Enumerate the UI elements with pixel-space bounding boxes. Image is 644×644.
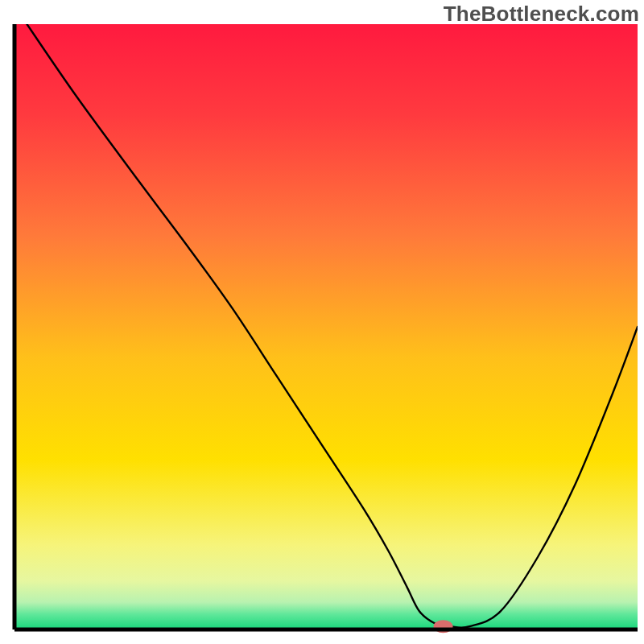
watermark-text: TheBottleneck.com	[444, 2, 639, 27]
chart-frame: TheBottleneck.com	[0, 0, 644, 644]
plot-background	[14, 24, 638, 630]
bottleneck-chart	[0, 0, 644, 644]
